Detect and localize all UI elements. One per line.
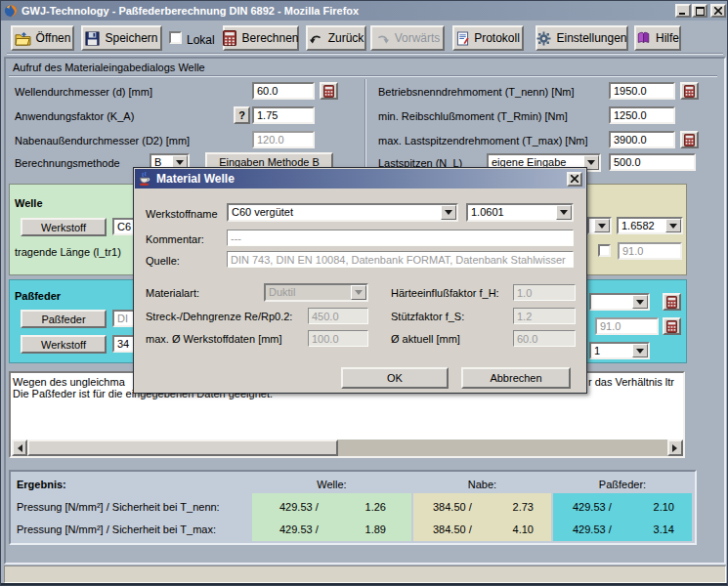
kommentar-input[interactable] [227, 230, 574, 246]
quelle-label: Quelle: [146, 255, 180, 267]
welle-pressung-tmax: 429.53 / [279, 523, 319, 535]
werkstoffnummer-value: 1.0601 [468, 205, 556, 220]
chevron-down-icon[interactable] [665, 219, 681, 232]
lastspitzen-input[interactable] [609, 153, 696, 171]
save-button[interactable]: Speichern [81, 25, 162, 51]
field-label-reibschlussmoment: min. Reibschlußmoment (T_Rmin) [Nm] [378, 110, 568, 122]
wellendurchmesser-input[interactable] [252, 82, 315, 100]
ergebnis-passfeder-cell: 429.53 / 2.10 429.53 / 3.14 [553, 493, 692, 541]
material-welle-dialog: Material Welle Werkstoffname C60 vergüte… [133, 167, 587, 394]
nabe-werkstoffnummer-select[interactable]: 1.6582 [617, 217, 683, 234]
toolbar-separator [7, 53, 723, 55]
max-durchmesser-label: max. Ø Werkstoffdaten [mm] [146, 333, 282, 345]
maximize-button[interactable] [692, 4, 707, 18]
nabe-werkstoff-select[interactable] [587, 217, 612, 234]
durchmesser-aktuell-input [513, 330, 576, 347]
passfeder-norm-button[interactable]: Paßfeder [21, 310, 107, 328]
chevron-down-icon [351, 285, 366, 300]
field-label-nabenaussendurchmesser: Nabenaußendurchmesser (D2) [mm] [15, 135, 190, 146]
chevron-down-icon[interactable] [441, 205, 456, 220]
werkstoffnummer-select[interactable]: 1.0601 [466, 203, 574, 222]
field-label-anwendungsfaktor: Anwendungsfaktor (K_A) [15, 110, 134, 122]
streckgrenze-label: Streck-/Dehngrenze Re/Rp0.2: [146, 311, 292, 322]
wellendurchmesser-calc-button[interactable] [320, 82, 338, 100]
calculate-button[interactable]: Berechnen [223, 25, 299, 51]
window-titlebar: GWJ-Technology - Paßfederberechnung DIN … [1, 1, 728, 21]
status-message: Aufruf des Materialeingabedialogs Welle [13, 62, 205, 73]
calculate-button-label: Berechnen [241, 31, 298, 45]
calculator-icon [666, 296, 677, 309]
open-button-label: Öffnen [36, 31, 71, 45]
dialog-titlebar[interactable]: Material Welle [135, 169, 585, 188]
dialog-close-icon[interactable] [567, 172, 582, 187]
settings-button-label: Einstellungen [556, 31, 626, 45]
passfeder-groesse-select[interactable] [589, 293, 650, 311]
nabe-breite-input [618, 242, 682, 260]
back-button[interactable]: Zurück [306, 25, 366, 51]
lastspitzendrehmoment-input[interactable] [609, 131, 675, 148]
stuetzfaktor-input [513, 308, 576, 324]
protocol-button[interactable]: Protokoll [452, 25, 524, 51]
passfeder-laenge-input [595, 317, 659, 335]
werkstoffname-select[interactable]: C60 vergütet [227, 203, 458, 222]
betriebsnenndrehmoment-input[interactable] [609, 82, 675, 100]
stuetzfaktor-label: Stützfaktor f_S: [391, 311, 464, 322]
chevron-down-icon[interactable] [632, 295, 648, 309]
ergebnis-welle-cell: 429.53 / 1.26 429.53 / 1.89 [252, 493, 411, 541]
anwendungsfaktor-help-button[interactable]: ? [234, 106, 250, 124]
chevron-down-icon[interactable] [556, 205, 572, 220]
welle-werkstoff-button[interactable]: Werkstoff [21, 218, 107, 236]
passfeder-werkstoff-button[interactable]: Werkstoff [21, 335, 107, 354]
quelle-input [227, 251, 574, 268]
floppy-disk-icon [85, 31, 100, 46]
passfeder-laenge-calc-button[interactable] [663, 317, 681, 335]
triangle-left-icon [14, 444, 22, 452]
betriebsnenndrehmoment-calc-button[interactable] [680, 82, 699, 100]
ergebnis-nabe-cell: 384.50 / 2.73 384.50 / 4.10 [413, 493, 551, 541]
chevron-down-icon[interactable] [594, 219, 610, 232]
close-icon[interactable] [710, 4, 726, 18]
local-checkbox[interactable] [169, 31, 182, 44]
werkstoffname-value: C60 vergütet [229, 205, 441, 220]
open-folder-icon [15, 31, 31, 46]
ok-button[interactable]: OK [341, 367, 449, 389]
passfeder-panel-heading: Paßfeder [15, 290, 61, 302]
open-button[interactable]: Öffnen [11, 25, 74, 51]
gear-icon [536, 31, 551, 46]
ergebnis-title: Ergebnis: [17, 479, 66, 490]
scroll-thumb[interactable] [27, 440, 338, 456]
undo-arrow-icon [309, 32, 323, 45]
message-hscrollbar[interactable] [12, 440, 683, 456]
forward-button[interactable]: Vorwärts [370, 25, 445, 51]
local-checkbox-label: Lokal [187, 33, 215, 47]
scroll-left-arrow[interactable] [12, 440, 27, 456]
java-cup-icon [138, 172, 151, 187]
settings-button[interactable]: Einstellungen [535, 25, 628, 51]
calculator-icon [684, 85, 695, 98]
welle-sicherheit-tnenn: 1.26 [365, 501, 386, 513]
passfeder-pressung-tmax: 429.53 / [573, 523, 612, 535]
nabe-checkbox[interactable] [598, 244, 611, 257]
welle-panel-heading: Welle [15, 197, 43, 209]
calculator-icon [223, 30, 236, 46]
chevron-down-icon[interactable] [632, 344, 648, 357]
minimize-button[interactable] [675, 4, 691, 18]
firefox-icon [4, 4, 18, 18]
passfeder-anzahl-select[interactable]: 1 [589, 342, 650, 359]
ergebnis-row-label: Pressung [N/mm²] / Sicherheit bei T_max: [17, 523, 216, 535]
scroll-right-arrow[interactable] [667, 440, 683, 456]
field-label-betriebsnenndrehmoment: Betriebsnenndrehmoment (T_nenn) [Nm] [378, 86, 575, 98]
cancel-button[interactable]: Abbrechen [461, 367, 571, 389]
nabe-pressung-tmax: 384.50 / [433, 523, 472, 535]
materialart-value: Duktil [266, 285, 351, 300]
message-line1-left: Wegen des ungleichma [13, 376, 125, 388]
anwendungsfaktor-input[interactable] [252, 106, 315, 124]
protocol-button-label: Protokoll [474, 31, 520, 45]
lastspitzendrehmoment-calc-button[interactable] [680, 131, 699, 148]
passfeder-groesse-calc-button[interactable] [663, 293, 681, 311]
haerteeinflussfaktor-input [513, 284, 576, 301]
status-separator [9, 75, 717, 77]
help-button[interactable]: Hilfe [634, 25, 681, 51]
reibschlussmoment-input[interactable] [609, 106, 675, 124]
passfeder-sicherheit-tmax: 3.14 [654, 523, 674, 535]
